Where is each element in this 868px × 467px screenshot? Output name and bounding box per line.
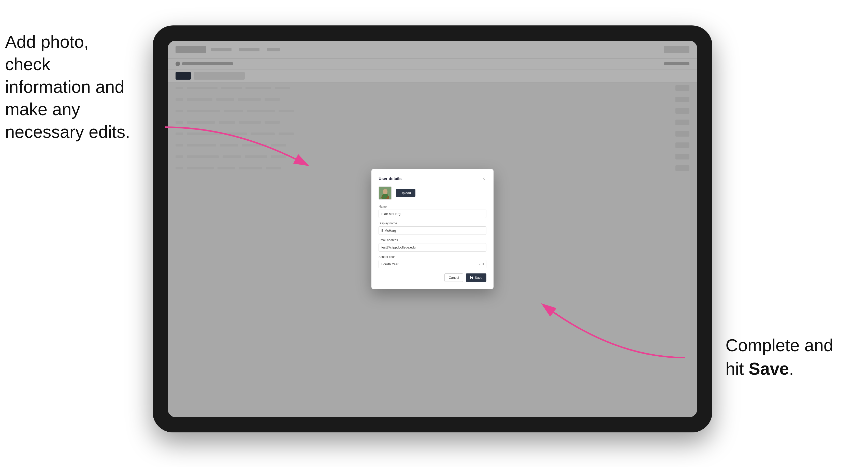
save-button[interactable]: Save — [466, 274, 487, 282]
upload-photo-button[interactable]: Upload — [396, 189, 415, 197]
display-name-field-group: Display name — [378, 222, 487, 235]
svg-point-1 — [383, 189, 388, 194]
school-year-controls: × ⬍ — [478, 262, 484, 266]
email-field-group: Email address — [378, 238, 487, 252]
save-icon — [470, 276, 473, 279]
display-name-input[interactable] — [378, 226, 487, 235]
cancel-button[interactable]: Cancel — [444, 274, 463, 282]
email-input[interactable] — [378, 243, 487, 252]
photo-section: Upload — [378, 186, 487, 200]
school-year-label: School Year — [378, 255, 487, 259]
modal-footer: Cancel Save — [378, 274, 487, 282]
close-icon[interactable]: × — [481, 176, 487, 181]
annotation-left: Add photo, check information and make an… — [5, 31, 137, 143]
name-field-group: Name — [378, 205, 487, 218]
modal-header: User details × — [378, 176, 487, 181]
name-label: Name — [378, 205, 487, 208]
name-input[interactable] — [378, 210, 487, 218]
user-details-modal: User details × Upload — [371, 169, 494, 289]
chevron-up-down-icon[interactable]: ⬍ — [482, 262, 484, 266]
tablet-device: User details × Upload — [153, 25, 712, 432]
email-label: Email address — [378, 238, 487, 242]
display-name-label: Display name — [378, 222, 487, 225]
school-year-input[interactable] — [378, 260, 487, 268]
photo-thumbnail — [378, 186, 392, 200]
school-year-field-group: School Year × ⬍ — [378, 255, 487, 268]
user-photo — [379, 187, 391, 199]
modal-title: User details — [378, 177, 402, 181]
clear-school-year-button[interactable]: × — [478, 262, 480, 266]
school-year-wrapper: × ⬍ — [378, 260, 487, 268]
annotation-right: Complete and hit Save. — [725, 334, 853, 380]
annotation-arrow-left — [160, 122, 318, 173]
annotation-arrow-right — [512, 289, 690, 365]
